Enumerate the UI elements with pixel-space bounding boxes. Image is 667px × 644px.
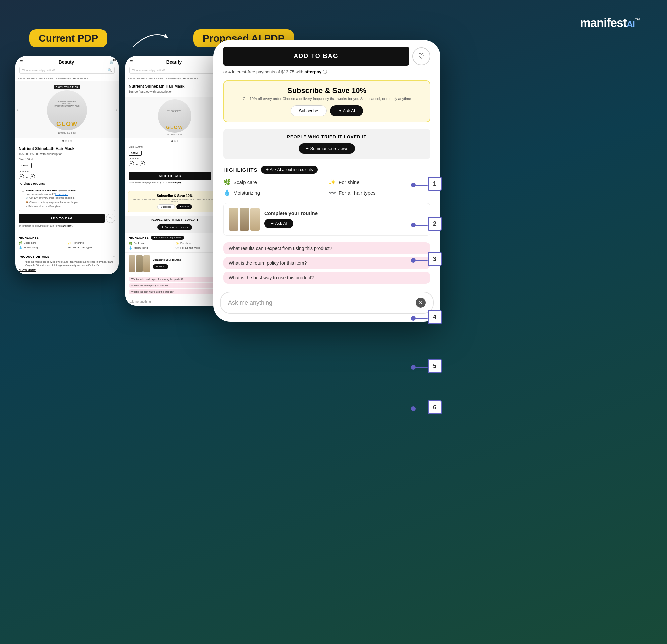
z-highlight-scalp: 🌿 Scalp care [224, 178, 325, 186]
highlights-title-current: HIGHLIGHTS [19, 236, 115, 239]
subscribe-option[interactable]: Subscribe and Save 10% $55.00 $50.00 How… [19, 187, 115, 211]
highlight-label-moisture: Moisturizing [24, 246, 38, 249]
connector-line-6 [411, 408, 427, 409]
chat-pill-3[interactable]: What is the best way to use this product… [129, 289, 221, 294]
routine-ask-ai-button[interactable]: ✦ Ask AI [153, 264, 168, 269]
subscribe-checkbox[interactable] [22, 189, 25, 192]
product-image-proposed: NUTRIENT SHINEBATH HAIR MASK GLOW [158, 99, 192, 133]
qty-decrease[interactable]: − [19, 174, 24, 179]
z-highlight-moisture: 💧 Moisturizing [224, 189, 325, 196]
next-image-arrow[interactable]: › [116, 108, 117, 112]
cart-badge: 0 [113, 59, 116, 61]
chat-pill-2[interactable]: What is the return policy for this item? [129, 283, 221, 288]
glow-text: GLOW [56, 121, 78, 128]
product-details-section: PRODUCT DETAILS ▲ "I do this mask once o… [15, 252, 119, 274]
qty-increase-proposed[interactable]: + [140, 161, 145, 166]
wishlist-button-current[interactable]: ♡ [106, 214, 115, 223]
z-routine-images [229, 208, 260, 231]
size-label-current: Size: 180ml [19, 158, 115, 161]
product-image: NUTRIENT SHI-NEBATH HAIR MASK MASQUE NOU… [47, 91, 87, 130]
z-add-to-bag-row: ADD TO BAG ♡ [213, 47, 440, 69]
product-details-text: "I do this mask once or twice a week, an… [25, 260, 115, 268]
z-ask-input[interactable]: Ask me anything ✕ [220, 292, 434, 314]
subscribe-title: Subscribe and Save 10% $55.00 $50.00 [26, 189, 76, 192]
z-subscribe-banner: Subscribe & Save 10% Get 10% off every o… [224, 80, 430, 123]
z-highlight-all-hair-label: For all hair types [339, 190, 375, 196]
z-add-to-bag-button[interactable]: ADD TO BAG [224, 47, 409, 66]
qty-decrease-proposed[interactable]: − [129, 161, 134, 166]
z-chat-pill-1[interactable]: What results can I expect from using thi… [224, 242, 430, 255]
z-chat-pill-2[interactable]: What is the return policy for this item? [224, 257, 430, 269]
highlight-scalp-care-proposed: 🌿Scalp care [129, 242, 174, 245]
qty-increase[interactable]: + [30, 174, 35, 179]
product-image-area-current: ‹ GWYNETH'S PICK NUTRIENT SHI-NEBATH HAI… [15, 81, 119, 138]
image-dots-proposed [125, 139, 224, 144]
z-subscribe-button[interactable]: Subscribe [291, 106, 327, 116]
z-ask-ai-subscribe[interactable]: ✦ Ask AI [330, 106, 363, 116]
z-ask-input-text: Ask me anything [228, 300, 273, 306]
z-highlights-title: HIGHLIGHTS [224, 167, 258, 173]
highlights-grid-proposed: 🌿Scalp care ✨For shine 💧Moisturizing 〰️F… [129, 242, 221, 250]
highlight-moisturizing: 💧 Moisturizing [19, 246, 66, 249]
search-bar-proposed[interactable]: What can we help you find? 🔍 [129, 67, 220, 74]
z-routine-ask-button[interactable]: ✦ Ask AI [264, 219, 293, 228]
subscribe-banner-area-proposed: Subscribe & Save 10% Get 10% off every o… [125, 188, 224, 216]
phone-header-current: ☰ Beauty 🛒 0 What can we help you find? … [15, 56, 119, 76]
z-highlights-header: HIGHLIGHTS ✦ Ask AI about ingredients [224, 166, 430, 174]
image-dots [15, 138, 119, 144]
add-to-bag-area-proposed: ADD TO BAG ♡ or 4 interest-free payments… [125, 171, 224, 188]
highlights-header-proposed: HIGHLIGHTS ✦ Ask AI about ingredients [129, 236, 221, 240]
gwyneth-badge: GWYNETH'S PICK [54, 85, 80, 89]
hamburger-icon-proposed[interactable]: ☰ [129, 60, 133, 64]
chat-suggestions-proposed: What results can I expect from using thi… [125, 275, 224, 298]
z-summarise-button[interactable]: ✦ Summarise reviews [299, 143, 355, 154]
cart-icon-current[interactable]: 🛒 0 [110, 60, 115, 64]
size-button-proposed[interactable]: 180ML [129, 151, 142, 156]
breadcrumb-proposed: SHOP / BEAUTY / HAIR / HAIR TREATMENTS /… [125, 76, 224, 81]
routine-section-proposed: Complete your routine ✦ Ask AI [125, 253, 224, 275]
jar-label: NUTRIENT SHI-NEBATH HAIR MASK MASQUE NOU… [54, 100, 79, 107]
z-highlight-all-hair: 〰️ For all hair types [328, 189, 430, 196]
chevron-up-icon[interactable]: ▲ [113, 255, 115, 258]
brand-logo: manifestAI™ [580, 16, 640, 30]
ask-input-proposed[interactable]: Ask me anything ✕ [125, 298, 224, 306]
show-more-button[interactable]: SHOW MORE [19, 269, 115, 272]
routine-content: Complete your routine ✦ Ask AI [153, 258, 221, 269]
search-bar-current[interactable]: What can we help you find? 🔍 [19, 67, 115, 74]
qty-control-proposed: − 1 + [129, 161, 221, 166]
z-ask-ai-ingredients-button[interactable]: ✦ Ask AI about ingredients [261, 166, 318, 174]
ask-ai-subscribe-button[interactable]: ✦ Ask AI [176, 205, 192, 209]
chat-pill-1[interactable]: What results can I expect from using thi… [129, 277, 221, 282]
size-qty-proposed: Size: 180ml 180ML Quantity: 1 − 1 + [125, 144, 224, 171]
product-details-title: PRODUCT DETAILS [19, 255, 49, 258]
z-wishlist-button[interactable]: ♡ [412, 47, 430, 65]
product-content-current: Nutrient Shinebath Hair Mask $55.00 / $5… [15, 144, 119, 233]
search-placeholder-proposed: What can we help you find? [132, 69, 165, 72]
connector-line-2 [411, 225, 427, 226]
z-routine-section: Complete your routine ✦ Ask AI [224, 203, 430, 236]
highlight-label-scalp: Scalp care [24, 241, 36, 244]
connector-line-5 [411, 367, 427, 368]
product-image-area-proposed: NUTRIENT SHINEBATH HAIR MASK GLOW 180 ml… [125, 97, 224, 139]
z-chat-section: What results can I expect from using thi… [213, 242, 440, 292]
hamburger-icon[interactable]: ☰ [19, 60, 23, 64]
z-subscribe-title: Subscribe & Save 10% [231, 86, 423, 95]
product-price-proposed: $55.00 / $50.00 with subscription [129, 90, 221, 93]
add-to-bag-button-proposed[interactable]: ADD TO BAG [129, 172, 211, 180]
add-to-bag-button-current[interactable]: ADD TO BAG [19, 214, 105, 223]
z-close-icon[interactable]: ✕ [416, 298, 425, 308]
store-name-current: Beauty [23, 59, 110, 65]
z-chat-pill-3[interactable]: What is the best way to use this product… [224, 272, 430, 284]
summarise-button-proposed[interactable]: ✦ Summarise reviews [158, 224, 192, 230]
product-name-current: Nutrient Shinebath Hair Mask [19, 146, 115, 152]
subscribe-bullets: 🔄 Get 10% off every order (plus free shi… [26, 196, 112, 209]
size-button-current[interactable]: 180ML [19, 163, 32, 168]
transition-arrow [130, 30, 170, 50]
subscribe-button-proposed[interactable]: Subscribe [158, 205, 175, 209]
prev-image-arrow[interactable]: ‹ [17, 108, 18, 112]
qty-value: 1 [26, 175, 28, 178]
search-placeholder: What can we help you find? [22, 69, 55, 72]
ask-ai-ingredients-button[interactable]: ✦ Ask AI about ingredients [151, 236, 184, 240]
z-highlights-section: HIGHLIGHTS ✦ Ask AI about ingredients 🌿 … [213, 166, 440, 203]
connector-line-3 [411, 260, 427, 261]
